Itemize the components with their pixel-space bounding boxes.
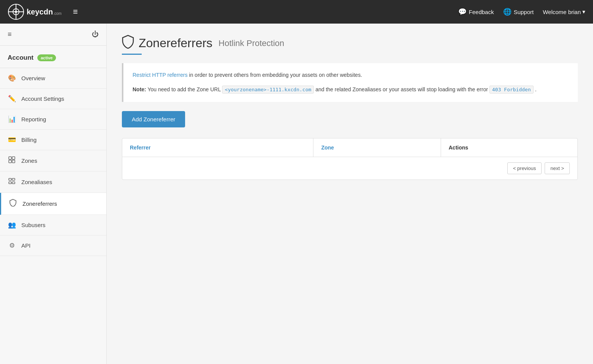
zones-icon	[8, 156, 16, 165]
page-title: Zonereferrers	[139, 36, 213, 50]
hamburger-menu-icon[interactable]: ≡	[73, 8, 78, 16]
info-text: Restrict HTTP referrers in order to prev…	[133, 71, 569, 80]
sidebar-item-label: Account Settings	[21, 95, 64, 102]
welcome-text: Welcome brian	[543, 9, 581, 15]
sidebar-item-label: Billing	[21, 137, 37, 143]
account-active-badge: active	[37, 54, 56, 61]
sidebar-item-label: Zonereferrers	[22, 200, 57, 207]
sidebar-item-reporting[interactable]: 📊 Reporting	[0, 109, 106, 130]
account-label: Account	[8, 54, 34, 62]
svg-rect-10	[12, 178, 15, 180]
svg-rect-8	[12, 160, 15, 163]
page-header: Zonereferrers Hotlink Protection	[122, 35, 578, 51]
sidebar-item-zonereferrers[interactable]: Zonereferrers	[0, 193, 106, 215]
col-header-actions: Actions	[441, 138, 577, 157]
billing-icon: 💳	[8, 136, 16, 144]
title-underline	[122, 54, 142, 55]
info-box: Restrict HTTP referrers in order to prev…	[122, 63, 578, 102]
note-end: .	[535, 86, 537, 92]
account-section: Account active	[0, 46, 106, 68]
note-label: Note:	[133, 86, 146, 92]
logo[interactable]: keycdn .com	[8, 3, 62, 20]
sidebar-item-account-settings[interactable]: ✏️ Account Settings	[0, 89, 106, 109]
svg-rect-7	[9, 160, 11, 163]
sidebar-menu-icon[interactable]: ≡	[8, 30, 12, 38]
data-table-container: Referrer Zone Actions < previous next >	[122, 138, 578, 180]
previous-button[interactable]: < previous	[507, 162, 542, 174]
restrict-http-link[interactable]: Restrict HTTP referrers	[133, 72, 187, 78]
sidebar-power-icon[interactable]: ⏻	[92, 30, 99, 38]
info-text-prefix: in order to prevent others from embeddin…	[189, 72, 362, 78]
feedback-link[interactable]: 💬 Feedback	[458, 8, 494, 16]
pagination-row: < previous next >	[122, 157, 577, 180]
top-nav-right: 💬 Feedback 🌐 Support Welcome brian ▾	[458, 8, 585, 16]
chevron-down-icon: ▾	[582, 8, 585, 15]
support-label: Support	[514, 9, 534, 15]
api-icon: ⚙	[8, 242, 16, 250]
main-content: Zonereferrers Hotlink Protection Restric…	[107, 24, 593, 364]
sidebar-item-api[interactable]: ⚙ API	[0, 235, 106, 256]
support-link[interactable]: 🌐 Support	[503, 8, 534, 16]
feedback-icon: 💬	[458, 8, 467, 16]
sidebar-item-label: API	[21, 242, 30, 249]
sidebar-item-label: Reporting	[21, 116, 46, 122]
sidebar-item-label: Zones	[21, 157, 37, 164]
account-settings-icon: ✏️	[8, 95, 16, 103]
sidebar-item-zones[interactable]: Zones	[0, 150, 106, 172]
svg-rect-11	[9, 182, 11, 184]
reporting-icon: 📊	[8, 115, 16, 123]
overview-icon: 🎨	[8, 74, 16, 82]
sidebar-item-overview[interactable]: 🎨 Overview	[0, 68, 106, 89]
zonealiases-icon	[8, 178, 16, 186]
sidebar-item-billing[interactable]: 💳 Billing	[0, 130, 106, 150]
add-zonereferrer-button[interactable]: Add Zonereferrer	[122, 111, 185, 127]
sidebar-item-label: Subusers	[21, 222, 45, 228]
note-text: Note: You need to add the Zone URL <your…	[133, 85, 569, 94]
table-header-row: Referrer Zone Actions	[122, 138, 577, 157]
zone-url-code: <yourzonename>-1111.kxcdn.com	[222, 86, 314, 94]
sidebar-top-actions: ≡ ⏻	[0, 24, 106, 46]
sidebar-item-subusers[interactable]: 👥 Subusers	[0, 215, 106, 235]
note-text-2: and the related Zonealiases or your asse…	[315, 86, 489, 92]
sidebar-item-label: Zonealiases	[21, 179, 52, 185]
svg-rect-6	[12, 157, 15, 159]
sidebar: ≡ ⏻ Account active 🎨 Overview ✏️ Account…	[0, 24, 107, 364]
svg-point-4	[15, 11, 17, 13]
sidebar-item-zonealiases[interactable]: Zonealiases	[0, 172, 106, 193]
col-header-zone: Zone	[313, 138, 441, 157]
zonereferrers-icon	[9, 199, 17, 208]
sidebar-item-label: Overview	[21, 75, 45, 81]
svg-rect-9	[9, 178, 11, 180]
note-text-1: You need to add the Zone URL	[147, 86, 222, 92]
error-code: 403 Forbidden	[489, 86, 534, 94]
support-icon: 🌐	[503, 8, 511, 16]
col-header-referrer: Referrer	[122, 138, 313, 157]
main-layout: ≡ ⏻ Account active 🎨 Overview ✏️ Account…	[0, 24, 593, 364]
next-button[interactable]: next >	[545, 162, 570, 174]
top-navigation: keycdn .com ≡ 💬 Feedback 🌐 Support Welco…	[0, 0, 593, 24]
svg-rect-5	[9, 157, 11, 159]
page-header-shield-icon	[122, 35, 134, 51]
svg-rect-12	[12, 182, 15, 184]
logo-text: keycdn	[27, 8, 53, 16]
page-subtitle: Hotlink Protection	[219, 38, 284, 48]
user-menu[interactable]: Welcome brian ▾	[543, 8, 585, 15]
zonereferrers-table: Referrer Zone Actions	[122, 138, 577, 157]
subusers-icon: 👥	[8, 221, 16, 229]
logo-dot-com: .com	[53, 11, 62, 16]
feedback-label: Feedback	[469, 9, 494, 15]
